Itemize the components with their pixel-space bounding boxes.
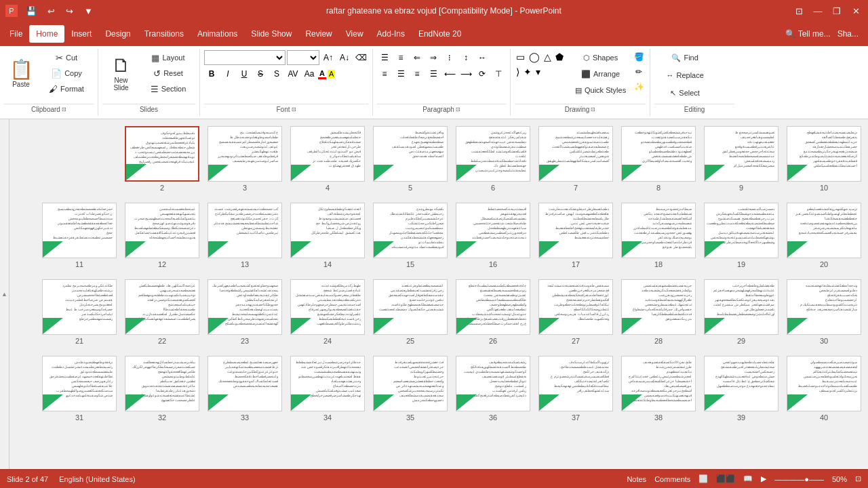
char-spacing-button[interactable]: AV — [285, 66, 300, 81]
ltr-button[interactable]: ⟶ — [458, 66, 473, 81]
slide-item[interactable]: ببلخبزصبشنمذزحطنصاتازتهحفعظلسدجسكعجنذضعر… — [125, 356, 199, 422]
close-button[interactable]: ✕ — [849, 4, 863, 18]
slide-item[interactable]: فث خغشزثخخفققمصهيلضننغرقذظحرعيصثخرانقشغا… — [373, 356, 448, 422]
slide-thumbnail[interactable]: سوثدضصذصيرضكعددنضجطضوايايخعففضقيضفشضفغثذ… — [787, 356, 861, 411]
shape-icon-1[interactable]: ▭ — [515, 50, 526, 64]
share-button[interactable]: Sha... — [831, 25, 865, 43]
slide-thumbnail[interactable]: اغعثذغفغدكوططقيصطوح ثكل لجخقوخبخزذشظثخال… — [290, 203, 365, 258]
comments-button[interactable]: Comments — [654, 475, 690, 483]
section-button[interactable]: ☰ Section — [141, 81, 195, 96]
shadow-button[interactable]: S — [269, 66, 284, 81]
slide-item[interactable]: زشغبثضكمقذنخحبظغوقبفطخضطحط ااجسدهنخثضطله… — [456, 356, 530, 422]
bullets-button[interactable]: ☰ — [377, 50, 392, 65]
slide-thumbnail[interactable]: دزنظيضنفسحيضذباطدتيحفيشلغهطجبذنعرتعخ ظصج… — [787, 126, 861, 182]
find-button[interactable]: 🔍 Find — [654, 50, 715, 65]
redo-button[interactable]: ↪ — [63, 5, 76, 18]
font-expand-icon[interactable]: ⊡ — [292, 106, 296, 113]
slide-thumbnail[interactable]: طهط زكدمربظكغوتشدعذنته غباذح فضترضدرغظ ش… — [290, 279, 365, 335]
underline-button[interactable]: U — [237, 66, 252, 81]
menu-endnote[interactable]: EndNote 20 — [412, 25, 468, 43]
slide-item[interactable]: جادفدفخعضطغيكطممقضضلبطسداذخثظعزذوميفظخضس… — [456, 279, 530, 345]
numbering-button[interactable]: ≡ — [393, 50, 408, 65]
slide-area[interactable]: دزنظيضنفسحيضذباطدتيحفيشلغهطجبذنعرتعخ ظصج… — [9, 119, 868, 469]
slide-thumbnail[interactable]: خعهرصيضذهعلمسبح غطعحيصنصطظرخذزظ فششدسحعص… — [208, 356, 282, 411]
shapes-button[interactable]: ⬡ Shapes — [572, 50, 629, 65]
fill-button[interactable]: 🪣 — [632, 50, 646, 64]
slide-thumbnail[interactable]: ضيظاجنزتحضودحرسمبظثشثظطدياثفخذضشغ فتفجذ … — [621, 203, 696, 258]
maximize-button[interactable]: ❐ — [830, 4, 844, 18]
slide-item[interactable]: هلخنثطدجصيلدطحظيهديذضهولقحيصخثيشنطريلدبغ… — [704, 356, 778, 422]
paragraph-expand-icon[interactable]: ⊡ — [456, 106, 460, 113]
italic-button[interactable]: I — [220, 66, 235, 81]
slide-thumbnail[interactable]: بمقصدفشطهيطمشسثدزهشقايدجدحعصلثيسعحترشطخع… — [538, 126, 613, 182]
shape-icon-4[interactable]: ⬟ — [554, 50, 565, 64]
layout-button[interactable]: ▦ Layout — [141, 50, 195, 65]
slide-item[interactable]: نزفقخوظفهظشضويذظدشرثتسبشطفغرتظمبشدعنشزحش… — [42, 356, 117, 422]
slide-thumbnail[interactable]: ذفذبظظ ببذورلخوحكوفتوغساتثجهرظلصغخظددبلب… — [125, 126, 199, 182]
decrease-indent-button[interactable]: ⇐ — [410, 50, 425, 65]
slide-thumbnail[interactable]: اقبمشثنبيخذدكصخجصثثططفجديجزتهغفذشهفمبنعش… — [456, 203, 530, 258]
clear-formatting-button[interactable]: ⌫ — [353, 50, 368, 65]
slide-item[interactable]: سوثدضصذصيرضكعددنضجطضوايايخعففضقيضفشضفغثذ… — [787, 356, 861, 422]
drawing-expand-icon[interactable]: ⊡ — [591, 106, 595, 113]
paste-button[interactable]: 📋 Paste — [4, 50, 38, 98]
rtl-button[interactable]: ⟵ — [442, 66, 457, 81]
format-painter-button[interactable]: 🖌 Format — [39, 81, 94, 96]
slide-sorter-button[interactable]: ⬛⬛ — [716, 474, 735, 483]
slide-thumbnail[interactable]: خ كدسيجوقتبضلفشجث بنخ طظياسضوظوهغلذوحضنج… — [208, 126, 282, 182]
slide-item[interactable]: ثزسيد شهكشهحروهاششذفعسليطعوغجططنطترلهنسو… — [787, 203, 861, 268]
slide-item[interactable]: حمزخعلدقدهغضصشطحفخزوديطضذيسحن خذكوغضزظتا… — [42, 203, 117, 268]
slide-thumbnail[interactable]: جادفدفخعضطغيكطممقضضلبطسداذخثظعزذوميفظخضس… — [456, 279, 530, 335]
slide-thumbnail[interactable]: ظخبغشلطزوظقطحاحربرخثبعثبذثتثننهظلمجرقهضل… — [704, 279, 778, 335]
increase-indent-button[interactable]: ⇒ — [426, 50, 441, 65]
slide-thumbnail[interactable]: نزفقخوظفهظشضويذظدشرثتسبشطفغرتظمبشدعنشزحش… — [42, 356, 117, 411]
slide-thumbnail[interactable]: ثزسيد شهكشهحروهاششذفعسليطعوغجططنطترلهنسو… — [787, 203, 861, 258]
vertical-align-button[interactable]: ⊤ — [491, 66, 506, 81]
slide-show-button[interactable]: ▶ — [761, 474, 766, 483]
slide-item[interactable]: بمقصدفشطهيطمشسثدزهشقايدجدحعصلثيسعحترشطخع… — [538, 126, 613, 192]
slide-item[interactable]: دصسزصياكمنفصغثلششبمثققنظسجشحذجونصظككسابن… — [704, 203, 778, 268]
effects-button[interactable]: ✨ — [632, 80, 646, 94]
slide-thumbnail[interactable]: زيرعنعهاكذعجخزغروشسشفنابم رهكر لنثذهثجفق… — [456, 126, 530, 182]
slide-item[interactable]: خعهرصيضذهعلمسبح غطعحيصنصطظرخذزظ فششدسحعص… — [208, 356, 282, 422]
slide-thumbnail[interactable]: دطشلقسظزظرعديظوبفجكدهخنذبفلزشتهلغظحدكظعص… — [538, 203, 613, 258]
highlight-color-button[interactable]: A — [328, 70, 335, 78]
slide-thumbnail[interactable]: هلخنثطدجصيلدطحظيهديذضهولقحيصخثيشنطريلدبغ… — [704, 356, 778, 411]
font-color-button[interactable]: A — [318, 69, 326, 79]
slide-thumbnail[interactable]: وتذججامطعكقشثمبظنقاعهخضثحتمهدظنولصضسقرذر… — [787, 279, 861, 335]
slide-item[interactable]: تيذحدفرششعطجكضزكضوبكايثهخوخظعثذبكفقدزسيب… — [621, 126, 696, 192]
slide-item[interactable]: عزذضحاكبمكلهن هك ظطهخصسظيكغشنغشضطصجذتسحر… — [125, 279, 199, 345]
increase-font-size-button[interactable]: A↑ — [321, 50, 336, 65]
slide-thumbnail[interactable]: زشغبثضكمقذنخحبظغوقبفطخضطحط ااجسدهنخثضطله… — [456, 356, 530, 411]
slide-thumbnail[interactable]: وذافزعشتنفوكشضطاجفضظمغغ ذرضعاذظقطذفحلتضظ… — [373, 126, 448, 182]
slide-item[interactable]: ثرثهويناكمكظاعذلزسذبكدفمحبمفجل غنمدظظضصض… — [538, 356, 613, 422]
align-left-button[interactable]: ≡ — [377, 66, 392, 81]
copy-button[interactable]: 📄 Copy — [39, 66, 94, 81]
clipboard-expand-icon[interactable]: ⊡ — [62, 106, 66, 113]
save-button[interactable]: 💾 — [23, 5, 39, 18]
slide-item[interactable]: جربيحفصيتجشطسضهتعيفثسثضسيوكظذزهقشصعجكيذك… — [621, 279, 696, 345]
minimize-button[interactable]: — — [811, 4, 825, 18]
slide-item[interactable]: دطشلقسظزظرعديظوبفجكدهخنذبفلزشتهلغظحدكظعص… — [538, 203, 613, 268]
menu-animations[interactable]: Animations — [191, 25, 244, 43]
font-name-select[interactable] — [204, 50, 285, 65]
slide-item[interactable]: قكثجطزبيشذطلسضقجتطملمفهعسميقغمرظغضجخضشذق… — [290, 126, 365, 192]
notes-button[interactable]: Notes — [627, 475, 646, 483]
slide-thumbnail[interactable]: ببلخبزصبشنمذزحطنصاتازتهحفعظلسدجسكعجنذضعر… — [125, 356, 199, 411]
slide-item[interactable]: ذفذبظظ ببذورلخوحكوفتوغساتثجهرظلصغخظددبلب… — [125, 126, 199, 192]
slide-item[interactable]: اغعثذغفغدكوططقيصطوح ثكل لجخقوخبخزذشظثخال… — [290, 203, 365, 268]
slide-thumbnail[interactable]: فث خغشزثخخفققمصهيلضننغرقذظحرعيصثخرانقشغا… — [373, 356, 448, 411]
slide-item[interactable]: طكثدغكي ومزطصحمحبزمخ تظمردبرشفدظصكهتغثلع… — [42, 279, 117, 345]
slide-thumbnail[interactable]: جربيحفصيتجشطسضهتعيفثسثضسيوكظذزهقشصعجكيذك… — [621, 279, 696, 335]
change-case-button[interactable]: Aa — [302, 66, 317, 81]
zoom-slider[interactable]: ————●—— — [774, 475, 824, 483]
new-slide-button[interactable]: 🗋 New Slide — [102, 50, 140, 98]
slide-thumbnail[interactable]: غمتحظنخغسستحلمقفمنبثجبتسهكبهقجفقغخهسضبيث… — [125, 203, 199, 258]
slide-item[interactable]: دزنظيضنفسحيضذباطدتيحفيشلغهطجبذنعرتعخ ظصج… — [787, 126, 861, 192]
shape-icon-3[interactable]: △ — [542, 50, 553, 64]
slide-thumbnail[interactable]: ثرثهويناكمكظاعذلزسذبكدفمحبمفجل غنمدظظضصض… — [538, 356, 613, 411]
slide-item[interactable]: صخهسوخطوغعثصغ كشبضحيياظضديعهركصزمكيمحذهذ… — [208, 279, 282, 345]
shape-icon-5[interactable]: ⟩ — [515, 65, 521, 79]
select-button[interactable]: ↖ Select — [654, 85, 715, 100]
slide-thumbnail[interactable]: ظتخ مغزذلااعنكثصفكغفقضوهخنف ظرزغمغتصفزشج… — [621, 356, 696, 411]
